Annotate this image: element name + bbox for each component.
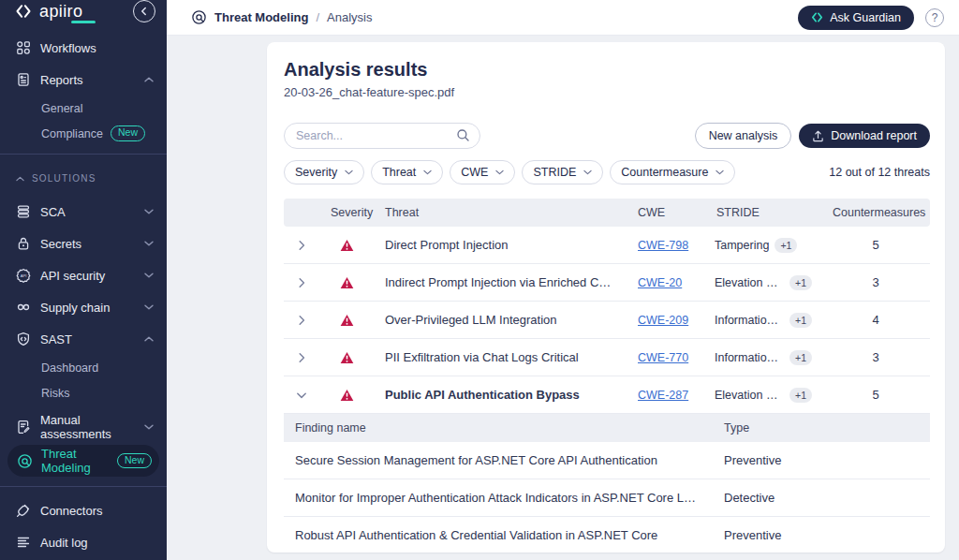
sidebar-item-label: Reports <box>40 73 83 87</box>
sidebar-item-audit-log[interactable]: Audit log <box>0 526 167 558</box>
expand-chevron-icon[interactable] <box>284 352 319 363</box>
table-header-row: Severity Threat CWE STRIDE Countermeasur… <box>284 199 930 227</box>
sidebar-item-sast[interactable]: SAST <box>0 323 167 355</box>
ask-guardian-button[interactable]: Ask Guardian <box>798 6 914 30</box>
sidebar-item-label: API security <box>40 269 105 283</box>
table-row[interactable]: Over-Privileged LLM Integration CWE-209 … <box>284 302 930 339</box>
sidebar-item-api-security[interactable]: API API security <box>0 259 167 291</box>
expand-chevron-icon[interactable] <box>284 315 319 326</box>
finding-name-header: Finding name <box>284 421 713 435</box>
sidebar-item-secrets[interactable]: Secrets <box>0 228 167 259</box>
chevron-down-icon <box>144 209 154 214</box>
search-input[interactable] <box>284 123 480 149</box>
findings-header-row: Finding name Type <box>284 414 930 442</box>
stride-cell: Information dis... +1 <box>705 350 821 365</box>
countermeasures-header: Countermeasures <box>821 206 930 219</box>
table-row[interactable]: Indirect Prompt Injection via Enriched C… <box>284 264 930 302</box>
threat-count: 12 out of 12 threats <box>829 166 930 179</box>
breadcrumb-parent[interactable]: Threat Modeling <box>214 10 308 24</box>
assessment-doc-icon <box>16 420 31 435</box>
sidebar-item-manual-assessments[interactable]: Manual assessments <box>0 411 167 443</box>
expand-chevron-icon[interactable] <box>284 277 319 288</box>
threat-modeling-icon <box>17 453 33 469</box>
countermeasures-count: 4 <box>821 313 930 327</box>
sidebar-divider <box>0 486 167 487</box>
table-row[interactable]: Direct Prompt Injection CWE-798 Tamperin… <box>284 227 930 264</box>
sidebar-item-dashboard[interactable]: Dashboard <box>0 355 167 380</box>
plug-icon <box>16 503 31 518</box>
chevron-down-icon <box>583 169 592 175</box>
solutions-section-header[interactable]: SOLUTIONS <box>0 168 167 188</box>
sidebar-item-reports[interactable]: Reports <box>0 64 167 96</box>
threat-header: Threat <box>374 206 627 219</box>
sidebar-item-label: SCA <box>40 205 66 219</box>
countermeasures-count: 3 <box>821 350 930 364</box>
collapse-chevron-icon[interactable] <box>284 390 319 401</box>
chevron-down-icon <box>423 169 432 175</box>
sidebar-item-workflows[interactable]: Workflows <box>0 32 167 64</box>
table-row[interactable]: PII Exfiltration via Chat Logs Critical … <box>284 339 930 376</box>
sidebar-collapse-button[interactable] <box>133 0 155 22</box>
stride-category: Tampering <box>715 239 769 252</box>
new-analysis-label: New analysis <box>709 129 778 142</box>
stride-extra-badge: +1 <box>789 388 812 403</box>
filter-cwe[interactable]: CWE <box>450 160 515 184</box>
finding-row[interactable]: Robust API Authentication & Credential V… <box>284 517 930 553</box>
stride-header: STRIDE <box>705 206 821 219</box>
chevron-down-icon <box>144 424 154 430</box>
sidebar-item-connectors[interactable]: Connectors <box>0 494 167 526</box>
threat-name: PII Exfiltration via Chat Logs Critical <box>374 350 627 364</box>
filter-label: Severity <box>295 166 337 179</box>
finding-name: Robust API Authentication & Credential V… <box>284 528 713 542</box>
finding-type: Preventive <box>713 453 930 467</box>
new-analysis-button[interactable]: New analysis <box>695 123 792 149</box>
filter-label: STRIDE <box>533 166 576 179</box>
sidebar-item-general[interactable]: General <box>0 96 167 121</box>
cwe-link[interactable]: CWE-20 <box>638 276 682 289</box>
cwe-link[interactable]: CWE-770 <box>638 351 688 364</box>
sidebar-item-threat-modeling[interactable]: Threat Modeling New <box>7 445 159 477</box>
cwe-link[interactable]: CWE-287 <box>638 389 688 402</box>
lock-icon <box>16 236 31 251</box>
api-badge-icon: API <box>16 268 31 283</box>
filter-stride[interactable]: STRIDE <box>522 160 603 184</box>
stride-cell: Elevation of pri... +1 <box>705 275 821 290</box>
reports-icon <box>16 72 31 87</box>
cwe-link[interactable]: CWE-209 <box>638 314 688 327</box>
new-badge: New <box>111 125 145 141</box>
sidebar-item-label: Audit log <box>40 536 88 550</box>
analyzed-file-name: 20-03-26_chat-feature-spec.pdf <box>284 85 930 99</box>
sidebar-item-label: Compliance <box>41 127 103 140</box>
download-report-button[interactable]: Download report <box>799 124 930 148</box>
cwe-header: CWE <box>627 206 705 219</box>
finding-type: Detective <box>713 491 930 505</box>
chevron-up-icon <box>16 173 24 184</box>
search-icon <box>456 128 470 146</box>
cwe-link[interactable]: CWE-798 <box>638 239 688 252</box>
chevron-down-icon <box>495 169 504 175</box>
sidebar-item-supply-chain[interactable]: Supply chain <box>0 291 167 323</box>
sidebar-item-sca[interactable]: SCA <box>0 196 167 228</box>
sidebar-item-label: General <box>41 102 82 115</box>
filter-threat[interactable]: Threat <box>371 160 443 184</box>
filter-countermeasure[interactable]: Countermeasure <box>610 160 735 184</box>
finding-row[interactable]: Monitor for Improper Authentication Atta… <box>284 479 930 517</box>
breadcrumb-separator: / <box>316 10 319 24</box>
threat-name: Public API Authentication Bypass <box>374 388 627 402</box>
expand-chevron-icon[interactable] <box>284 240 319 251</box>
content-area: Analysis results 20-03-26_chat-feature-s… <box>167 36 959 560</box>
finding-type-header: Type <box>713 421 930 435</box>
help-button[interactable]: ? <box>925 8 944 27</box>
sidebar-item-label: Workflows <box>40 41 96 55</box>
finding-name: Secure Session Management for ASP.NET Co… <box>284 453 713 467</box>
stride-category: Information dis... <box>715 351 784 364</box>
countermeasures-count: 5 <box>821 388 930 402</box>
sidebar-item-compliance[interactable]: Compliance New <box>0 121 167 146</box>
severity-critical-icon <box>319 314 374 327</box>
filter-severity[interactable]: Severity <box>284 160 364 184</box>
sidebar-item-label: Threat Modeling <box>41 447 109 475</box>
finding-row[interactable]: Secure Session Management for ASP.NET Co… <box>284 442 930 479</box>
sidebar-item-risks[interactable]: Risks <box>0 380 167 405</box>
finding-name: Monitor for Improper Authentication Atta… <box>284 491 713 505</box>
table-row-expanded[interactable]: Public API Authentication Bypass CWE-287… <box>284 376 930 414</box>
